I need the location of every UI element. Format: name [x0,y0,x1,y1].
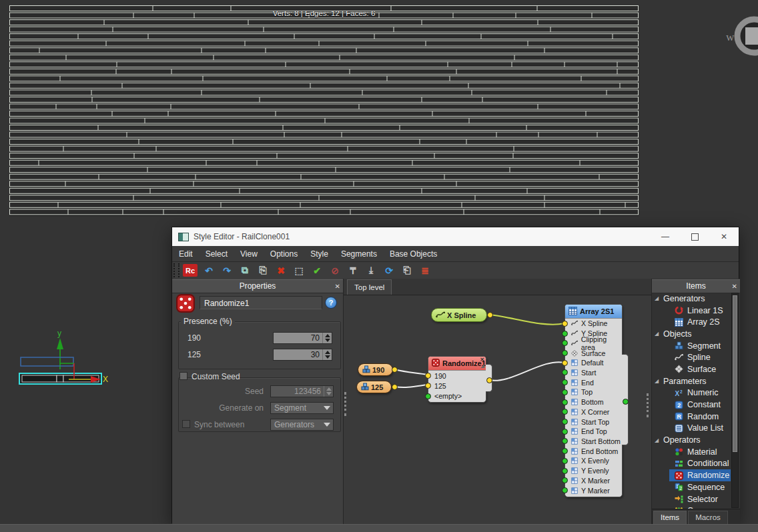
auto-build-off-icon[interactable]: ⊘ [328,264,342,277]
tree-item-linear-1s[interactable]: Linear 1S [652,305,732,317]
input-port-yellow[interactable] [562,360,568,366]
tree-item-value-list[interactable]: Value List [652,423,732,435]
seed-spinner[interactable]: 123456 [270,385,334,397]
collapse-top-icon[interactable]: ₸ [346,264,360,277]
randomize-node-header[interactable]: Randomize1 ✕ ◢ [428,357,486,371]
input-port-green[interactable] [562,350,568,356]
railclone-logo-icon[interactable]: Rc [183,264,198,277]
window-titlebar[interactable]: Style Editor - RailClone001 — ✕ [172,227,739,246]
close-button[interactable]: ✕ [709,227,739,246]
input-port-green[interactable] [562,438,568,444]
menu-view[interactable]: View [240,249,258,259]
tree-group-generators[interactable]: ◢Generators [652,293,732,305]
input-port-green[interactable] [562,409,568,415]
menu-segments[interactable]: Segments [341,249,377,259]
tree-item-surface[interactable]: Surface [652,363,732,375]
items-scrollbar[interactable] [731,293,739,508]
help-button[interactable]: ? [325,297,337,309]
input-port-green[interactable] [562,487,568,493]
input-port-yellow[interactable] [562,321,568,327]
array-node-header[interactable]: Array 2S1 [565,305,622,319]
update-box-icon[interactable]: ⤓ [364,264,378,277]
node-value-190[interactable]: 190 [358,363,393,376]
input-port-green[interactable] [562,369,568,375]
tree-item-segment[interactable]: Segment [652,340,732,352]
custom-seed-checkbox[interactable] [179,372,187,380]
value190-output-port[interactable] [392,367,398,373]
tree-item-constant[interactable]: 2Constant [652,399,732,411]
tab-macros[interactable]: Macros [688,511,728,524]
tree-group-parameters[interactable]: ◢Parameters [652,375,732,387]
tree-item-randomize[interactable]: Randomize [652,469,732,481]
copy-icon[interactable]: ⧉ [238,264,252,277]
input-port-green[interactable] [425,393,431,399]
collapse-arrow-icon[interactable]: ◢ [655,331,659,337]
input-port-green[interactable] [562,331,568,337]
generate-on-dropdown[interactable]: Segment [270,402,334,414]
array-output-port[interactable] [623,399,629,405]
menu-edit[interactable]: Edit [179,249,193,259]
menu-base-objects[interactable]: Base Objects [390,249,437,259]
value125-output-port[interactable] [392,384,398,390]
sync-between-checkbox[interactable] [182,420,190,428]
node-array-2s1[interactable]: Array 2S1 X Spline Y Spline Clipping are… [564,304,623,497]
left-splitter-grip[interactable] [344,392,348,416]
collapse-arrow-icon[interactable]: ◢ [655,437,659,443]
notes-icon[interactable]: ≣ [418,264,432,277]
tree-item-material[interactable]: Material [652,446,732,458]
tree-item-spline[interactable]: Spline [652,351,732,363]
tree-item-selector[interactable]: Selector [652,493,732,505]
input-port-green[interactable] [562,379,568,385]
node-collapse-icon[interactable]: ◢ [481,363,484,368]
minimize-button[interactable]: — [651,227,680,246]
right-splitter-grip[interactable] [647,393,651,417]
menu-options[interactable]: Options [270,249,298,259]
delete-icon[interactable]: ✖ [274,264,288,277]
tree-item-numeric[interactable]: X 2Numeric [652,387,732,399]
sync-between-dropdown[interactable]: Generators [270,419,334,431]
input-port-green[interactable] [562,448,568,454]
input-port-yellow[interactable] [425,373,431,379]
input-port-green[interactable] [562,429,568,435]
menu-style[interactable]: Style [310,249,328,259]
input-port-green[interactable] [562,389,568,395]
refresh-icon[interactable]: ⟳ [382,264,396,277]
node-name-field[interactable]: Randomize1 [200,296,322,309]
redo-icon[interactable]: ↷ [220,264,234,277]
tree-group-operators[interactable]: ◢Operators [652,434,732,446]
tree-item-sequence[interactable]: 1 2Sequence [652,481,732,493]
tree-group-objects[interactable]: ◢Objects [652,328,732,340]
input-port-yellow[interactable] [425,383,431,389]
paste-icon[interactable]: ⎘ [256,264,270,277]
ghost-segment-icon[interactable]: ⬚ [292,264,306,277]
undo-icon[interactable]: ↶ [202,264,216,277]
collapse-arrow-icon[interactable]: ◢ [655,378,659,384]
tab-items[interactable]: Items [653,511,687,524]
properties-close-icon[interactable]: ✕ [335,282,340,291]
scrollbar-thumb[interactable] [733,295,737,452]
tree-item-array-2s[interactable]: Array 2S [652,316,732,328]
node-value-125[interactable]: 125 [356,381,392,393]
items-close-icon[interactable]: ✕ [732,282,737,291]
input-port-green[interactable] [562,477,568,483]
menu-select[interactable]: Select [206,249,228,259]
export-icon[interactable]: ⎗ [400,264,414,277]
node-x-spline[interactable]: X Spline [431,308,487,322]
collapse-arrow-icon[interactable]: ◢ [655,295,659,301]
tree-item-conditional[interactable]: Conditional [652,458,732,470]
maximize-button[interactable] [680,227,709,246]
randomize-output-port[interactable] [486,377,492,383]
presence-spinner[interactable]: 30 [273,349,332,361]
toolbar-grip[interactable] [173,263,179,277]
input-port-green[interactable] [562,468,568,474]
tree-item-random[interactable]: RRandom [652,411,732,423]
presence-spinner[interactable]: 70 [273,332,332,344]
input-port-green[interactable] [562,399,568,405]
node-editor[interactable]: Top level X Spline 190 125 [344,279,651,524]
build-check-icon[interactable]: ✔ [310,264,324,277]
input-port-green[interactable] [562,458,568,464]
node-close-icon[interactable]: ✕ [480,357,484,363]
input-port-green[interactable] [562,419,568,425]
xspline-output-port[interactable] [487,312,493,318]
node-randomize[interactable]: Randomize1 ✕ ◢ 190125<empty> [428,356,486,403]
